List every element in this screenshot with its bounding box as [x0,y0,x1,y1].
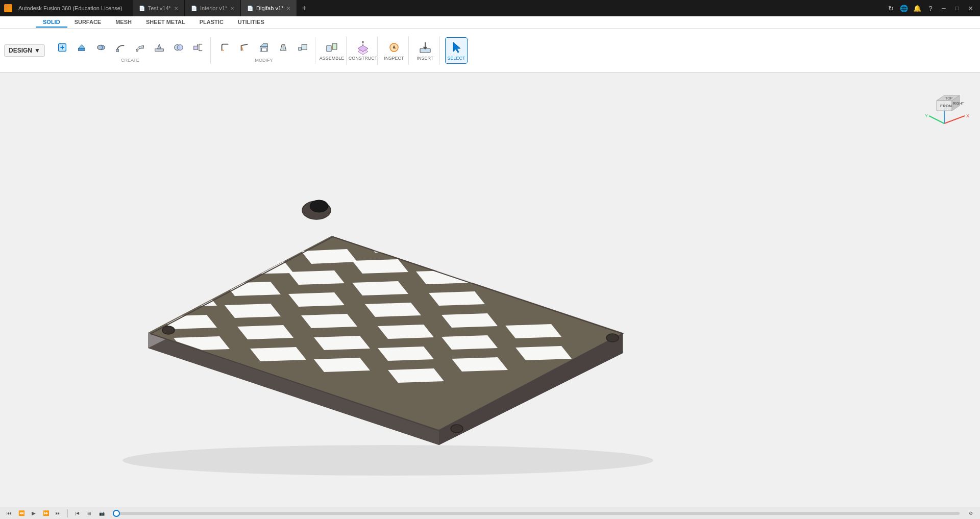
timeline-track[interactable] [113,512,960,515]
inspect-label: INSPECT [384,56,404,61]
viewport[interactable]: X Y Z FRONT TOP RIGHT [0,72,980,507]
app-icon [4,4,12,12]
tab-digifab-label: Digifab v1* [256,5,283,11]
tab-digifab[interactable]: 📄 Digifab v1* ✕ [241,0,297,16]
status-play[interactable]: ▶ [29,508,39,518]
fillet-button[interactable] [216,38,234,57]
create-more-button[interactable] [189,38,207,57]
tab-test[interactable]: 📄 Test v14* ✕ [133,0,185,16]
toolbar-tabs: SOLID SURFACE MESH SHEET METAL PLASTIC U… [0,16,980,29]
draft-button[interactable] [274,38,292,57]
status-play-start[interactable]: ⏮ [4,508,14,518]
boolean-button[interactable] [169,38,188,57]
select-label: SELECT [447,56,465,61]
design-dropdown[interactable]: DESIGN ▼ [4,44,45,57]
close-button[interactable]: ✕ [965,3,976,14]
status-play-prev[interactable]: ⏪ [16,508,27,518]
refresh-button[interactable]: ↻ [885,3,896,14]
modify-icons [216,38,312,57]
chamfer-button[interactable] [235,38,254,57]
svg-rect-22 [261,47,266,51]
svg-marker-4 [78,44,85,48]
group-assemble: ASSEMBLE [317,36,347,65]
svg-marker-42 [453,42,460,53]
svg-rect-6 [116,49,119,52]
toolbar: SOLID SURFACE MESH SHEET METAL PLASTIC U… [0,16,980,72]
svg-text:X: X [966,113,969,118]
status-play-end[interactable]: ⏭ [53,508,63,518]
tab-mesh[interactable]: MESH [108,17,139,28]
status-grid-button[interactable]: ⊞ [84,508,94,518]
assemble-icons: ASSEMBLE [321,37,343,64]
construct-plane-button[interactable]: CONSTRUCT [352,37,374,64]
design-chevron: ▼ [34,47,40,54]
status-settings[interactable]: ⚙ [966,508,976,518]
globe-button[interactable]: 🌐 [898,3,910,14]
shell-button[interactable] [255,38,273,57]
window-controls: ↻ 🌐 🔔 ? ─ □ ✕ [885,3,976,14]
tab-sheet-metal[interactable]: SHEET METAL [139,17,192,28]
svg-text:Y: Y [925,113,928,118]
status-camera-button[interactable]: 📷 [96,508,107,518]
model-canvas [0,72,980,507]
maximize-button[interactable]: □ [951,3,963,14]
revolve-button[interactable] [92,38,110,57]
select-icons: SELECT [445,37,468,64]
group-select: SELECT [442,36,471,65]
notification-button[interactable]: 🔔 [912,3,923,14]
scale-button[interactable] [293,38,312,57]
sweep-button[interactable] [111,38,130,57]
inspect-icons: INSPECT [383,37,405,64]
tab-interior[interactable]: 📄 Interior v1* ✕ [185,0,241,16]
svg-rect-27 [302,44,307,50]
rib-button[interactable] [150,38,168,57]
tab-interior-close[interactable]: ✕ [230,6,234,11]
help-button[interactable]: ? [925,3,936,14]
create-label: CREATE [121,58,139,63]
insert-button[interactable]: INSERT [414,37,436,64]
svg-point-38 [393,46,395,48]
svg-rect-15 [194,46,198,50]
minimize-button[interactable]: ─ [938,3,949,14]
inspect-measure-button[interactable]: INSPECT [383,37,405,64]
group-create: CREATE [50,37,211,64]
tab-digifab-close[interactable]: ✕ [286,6,290,11]
tab-plastic[interactable]: PLASTIC [192,17,231,28]
tab-utilities[interactable]: UTILITIES [231,17,272,28]
construct-icons: CONSTRUCT [352,37,374,64]
insert-icons: INSERT [414,37,436,64]
construct-label: CONSTRUCT [349,56,378,61]
group-inspect: INSPECT [380,36,409,65]
svg-marker-34 [362,41,364,42]
svg-text:RIGHT: RIGHT [953,102,965,105]
new-component-button[interactable] [53,38,71,57]
svg-line-86 [944,116,965,123]
extrude-button[interactable] [72,38,91,57]
tab-bar: 📄 Test v14* ✕ 📄 Interior v1* ✕ 📄 Digifab… [133,0,875,16]
group-modify: MODIFY [213,37,315,64]
svg-line-87 [929,116,944,123]
select-button[interactable]: SELECT [445,37,468,64]
assemble-label: ASSEMBLE [320,56,345,61]
svg-marker-23 [260,43,268,46]
svg-rect-28 [327,45,331,52]
svg-point-84 [451,425,463,433]
svg-marker-7 [136,50,138,51]
tab-test-close[interactable]: ✕ [174,6,178,11]
new-tab-button[interactable]: + [297,1,311,15]
assemble-joint-button[interactable]: ASSEMBLE [321,37,343,64]
tab-solid[interactable]: SOLID [36,17,67,28]
svg-point-83 [606,334,619,342]
modify-label: MODIFY [255,58,273,63]
tab-interior-label: Interior v1* [200,5,227,11]
timeline-handle[interactable] [113,510,120,517]
titlebar: Autodesk Fusion 360 (Education License) … [0,0,980,16]
create-icons [53,38,207,57]
navigation-cube[interactable]: X Y Z FRONT TOP RIGHT [919,83,970,134]
tab-surface[interactable]: SURFACE [67,17,109,28]
svg-point-82 [310,200,328,212]
svg-point-14 [177,44,183,50]
loft-button[interactable] [131,38,149,57]
status-timeline-start[interactable]: |◀ [72,508,82,518]
status-play-next[interactable]: ⏩ [41,508,51,518]
